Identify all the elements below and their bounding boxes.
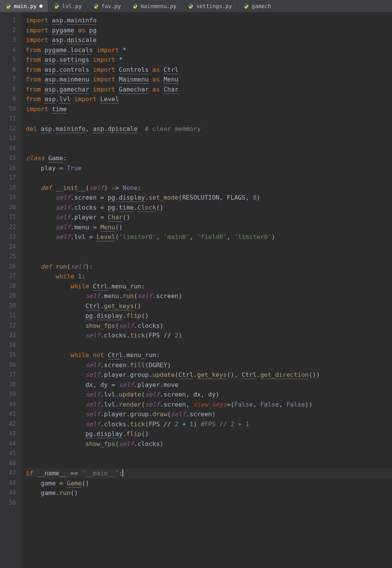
code-line	[26, 252, 392, 262]
line-number: 12	[0, 124, 16, 134]
code-line: self.lvl.render(self.screen, view_keys=(…	[26, 400, 392, 410]
code-line: class Game:	[26, 153, 392, 163]
line-number: 14	[0, 144, 16, 154]
line-number: 4	[0, 45, 16, 55]
code-line: dx, dy = self.player.move	[26, 380, 392, 390]
code-line: pg.display.flip()	[26, 429, 392, 439]
line-number: 31	[0, 311, 16, 321]
code-line	[26, 498, 392, 508]
code-line: def __init__(self) -> None:	[26, 183, 392, 193]
code-line: self.player.group.draw(self.screen)	[26, 409, 392, 419]
line-number: 48	[0, 478, 16, 488]
line-number: 24	[0, 242, 16, 252]
line-number: 18	[0, 183, 16, 193]
code-line	[26, 449, 392, 459]
line-number: 6	[0, 65, 16, 75]
line-number: 36	[0, 360, 16, 370]
code-line: self.screen = pg.display.set_mode(RESOLU…	[26, 193, 392, 203]
code-line: show_fps(self.clocks)	[26, 439, 392, 449]
code-line: def run(self):	[26, 262, 392, 272]
line-number: 19	[0, 193, 16, 203]
line-number: 38	[0, 380, 16, 390]
code-line: self.lvl = Level('limiter0', 'main0', 'f…	[26, 232, 392, 242]
line-number: 30	[0, 301, 16, 311]
code-line: game = Game()	[26, 478, 392, 488]
line-number: 47	[0, 468, 16, 478]
tab-lvl[interactable]: lvl.py	[48, 0, 88, 12]
line-number: 26	[0, 262, 16, 272]
code-line: from asp.gamechar import Gamechar as Cha…	[26, 85, 392, 95]
code-line: while not Ctrl.menu_run:	[26, 350, 392, 360]
code-line: show_fps(self.clocks)	[26, 321, 392, 331]
python-icon	[243, 3, 249, 9]
code-line	[26, 341, 392, 351]
tab-label: main.py	[14, 3, 37, 9]
code-line: self.lvl.update(self.screen, dx, dy)	[26, 390, 392, 400]
code-line: import asp.dpiscale	[26, 35, 392, 45]
tab-label: gamech	[252, 3, 272, 9]
code-line: from asp.mainmenu import Mainmenu as Men…	[26, 75, 392, 85]
line-number: 5	[0, 55, 16, 65]
line-gutter: 1234567891011121314151617181920212223242…	[0, 12, 21, 568]
code-line: play = True	[26, 163, 392, 173]
modified-dot-icon	[39, 5, 42, 8]
code-line: while 1:	[26, 271, 392, 281]
line-number: 41	[0, 409, 16, 419]
line-number: 39	[0, 390, 16, 400]
code-line-active: if __name__ == '__main__':	[26, 468, 392, 478]
line-number: 22	[0, 222, 16, 232]
editor: 1234567891011121314151617181920212223242…	[0, 12, 392, 568]
code-line	[26, 114, 392, 124]
python-icon	[93, 3, 99, 9]
tab-label: mainmenu.py	[141, 3, 176, 9]
line-number: 15	[0, 153, 16, 163]
line-number: 13	[0, 134, 16, 144]
code-line: from asp.settings import *	[26, 55, 392, 65]
line-number: 2	[0, 25, 16, 36]
code-line: self.clocks = pg.time.Clock()	[26, 203, 392, 213]
line-number: 3	[0, 35, 16, 45]
tab-mainmenu[interactable]: mainmenu.py	[127, 0, 182, 12]
code-line: game.run()	[26, 488, 392, 498]
code-line	[26, 144, 392, 154]
line-number: 45	[0, 449, 16, 459]
code-line	[26, 134, 392, 144]
tab-gamechar[interactable]: gamech	[238, 0, 277, 12]
code-line: Ctrl.get_keys()	[26, 301, 392, 311]
line-number: 25	[0, 252, 16, 262]
code-line	[26, 459, 392, 469]
line-number: 34	[0, 341, 16, 351]
line-number: 42	[0, 419, 16, 429]
line-number: 33	[0, 331, 16, 341]
line-number: 8	[0, 85, 16, 95]
line-number: 35	[0, 350, 16, 360]
python-icon	[54, 3, 59, 9]
code-line: while Ctrl.menu_run:	[26, 281, 392, 292]
line-number: 16	[0, 163, 16, 173]
tab-bar: main.py lvl.py fov.py mainmenu.py settin…	[0, 0, 392, 12]
line-number: 21	[0, 212, 16, 222]
code-line: import asp.maininfo	[26, 15, 392, 25]
line-number: 32	[0, 321, 16, 331]
line-number: 43	[0, 429, 16, 439]
tab-settings[interactable]: settings.py	[182, 0, 238, 12]
line-number: 44	[0, 439, 16, 449]
code-line	[26, 173, 392, 183]
code-area[interactable]: import asp.maininfo import pygame as pg …	[21, 12, 392, 568]
code-line: self.player = Char()	[26, 212, 392, 222]
python-icon	[5, 3, 11, 9]
code-line	[26, 242, 392, 252]
code-line: self.menu.run(self.screen)	[26, 291, 392, 301]
tab-label: fov.py	[102, 3, 121, 9]
code-line: from pygame.locals import *	[26, 45, 392, 55]
tab-main[interactable]: main.py	[0, 0, 48, 12]
line-number: 28	[0, 281, 16, 292]
code-line: self.menu = Menu()	[26, 222, 392, 232]
tab-fov[interactable]: fov.py	[88, 0, 127, 12]
line-number: 37	[0, 370, 16, 380]
code-line: self.screen.fill(DGREY)	[26, 360, 392, 370]
code-line: import time	[26, 104, 392, 114]
line-number: 20	[0, 203, 16, 213]
line-number: 1	[0, 15, 16, 25]
line-number: 11	[0, 114, 16, 124]
